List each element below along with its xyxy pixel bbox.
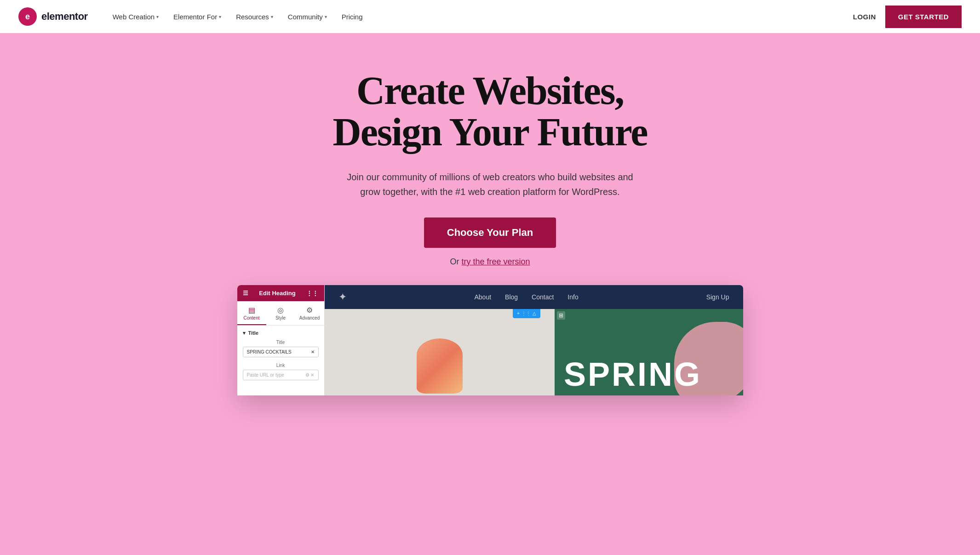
navbar-right: LOGIN GET STARTED	[853, 6, 962, 28]
logo-text: elementor	[41, 11, 88, 23]
panel-menu-icon: ☰	[243, 290, 248, 297]
free-version-text: Or try the free version	[18, 257, 962, 267]
editor-nav-info[interactable]: Info	[567, 293, 578, 301]
choose-plan-button[interactable]: Choose Your Plan	[424, 217, 556, 248]
content-tab-icon: ▤	[239, 306, 264, 315]
panel-header: ☰ Edit Heading ⋮⋮	[237, 285, 324, 301]
editor-nav-about[interactable]: About	[474, 293, 491, 301]
hero-cta: Choose Your Plan	[18, 217, 962, 248]
panel-tabs: ▤ Content ◎ Style ⚙ Advanced	[237, 301, 324, 326]
style-tab-icon: ◎	[268, 306, 293, 315]
field-link-input[interactable]: Paste URL or type ⚙ ✕	[243, 370, 319, 380]
logo[interactable]: e elementor	[18, 7, 88, 26]
chevron-down-icon: ▾	[219, 14, 221, 19]
field-title-label: Title	[243, 340, 319, 345]
nav-item-community[interactable]: Community ▾	[281, 9, 333, 24]
panel-tab-style[interactable]: ◎ Style	[266, 301, 295, 325]
field-title-input[interactable]: SPRING COCKTAILS ✕	[243, 347, 319, 357]
hero-title: Create Websites, Design Your Future	[18, 70, 962, 153]
editor-nav-blog[interactable]: Blog	[505, 293, 518, 301]
nav-item-web-creation[interactable]: Web Creation ▾	[106, 9, 165, 24]
chevron-down-icon: ▾	[271, 14, 273, 19]
blue-indicator: + ⋮⋮ △	[513, 309, 540, 318]
triangle-icon: △	[533, 311, 536, 316]
editor-nav-signup[interactable]: Sign Up	[706, 293, 729, 301]
navbar: e elementor Web Creation ▾ Elementor For…	[0, 0, 980, 33]
nav-item-resources[interactable]: Resources ▾	[229, 9, 280, 24]
editor-nav-contact[interactable]: Contact	[532, 293, 554, 301]
hero-subtitle: Join our community of millions of web cr…	[343, 170, 637, 199]
editor-content: + ⋮⋮ △ ⊞ SPRING	[325, 309, 743, 395]
editor-right-content: ⊞ SPRING	[555, 309, 743, 395]
editor-nav-links: About Blog Contact Info	[474, 293, 578, 301]
panel-header-title: Edit Heading	[259, 290, 295, 297]
login-button[interactable]: LOGIN	[853, 13, 876, 21]
nav-item-pricing[interactable]: Pricing	[335, 9, 369, 24]
grid-dots-icon: ⋮⋮	[522, 311, 531, 316]
plus-icon: +	[517, 311, 520, 316]
field-link-label: Link	[243, 363, 319, 368]
editor-topbar-logo: ✦	[338, 291, 347, 303]
editor-topbar: ✦ About Blog Contact Info Sign Up	[325, 285, 743, 309]
editor-left-content	[325, 309, 555, 395]
nav-links: Web Creation ▾ Elementor For ▾ Resources…	[106, 9, 369, 24]
chevron-down-icon: ▾	[325, 14, 327, 19]
grid-icon: ⊞	[557, 311, 565, 320]
logo-icon: e	[18, 7, 37, 26]
navbar-left: e elementor Web Creation ▾ Elementor For…	[18, 7, 369, 26]
advanced-tab-icon: ⚙	[297, 306, 322, 315]
panel-tab-content[interactable]: ▤ Content	[237, 301, 266, 325]
editor-preview: ☰ Edit Heading ⋮⋮ ▤ Content ◎ Style ⚙ Ad…	[237, 285, 743, 395]
cocktail-glass	[417, 338, 463, 394]
editor-right: ✦ About Blog Contact Info Sign Up + ⋮⋮ △	[325, 285, 743, 395]
editor-left-panel: ☰ Edit Heading ⋮⋮ ▤ Content ◎ Style ⚙ Ad…	[237, 285, 325, 395]
get-started-button[interactable]: GET STARTED	[885, 6, 962, 28]
free-version-link[interactable]: try the free version	[461, 257, 530, 266]
nav-item-elementor-for[interactable]: Elementor For ▾	[167, 9, 228, 24]
panel-section-header: ▾ Title	[243, 330, 319, 336]
cocktail-image	[389, 311, 490, 394]
delete-icon: ✕	[311, 349, 315, 355]
spring-text: SPRING	[564, 358, 702, 391]
link-settings-icon: ⚙ ✕	[305, 372, 315, 378]
panel-tab-advanced[interactable]: ⚙ Advanced	[295, 301, 324, 325]
chevron-down-icon: ▾	[156, 14, 159, 19]
panel-grid-icon: ⋮⋮	[306, 290, 318, 297]
panel-section-title: ▾ Title Title SPRING COCKTAILS ✕ Link Pa…	[237, 326, 324, 385]
hero-section: Create Websites, Design Your Future Join…	[0, 33, 980, 423]
